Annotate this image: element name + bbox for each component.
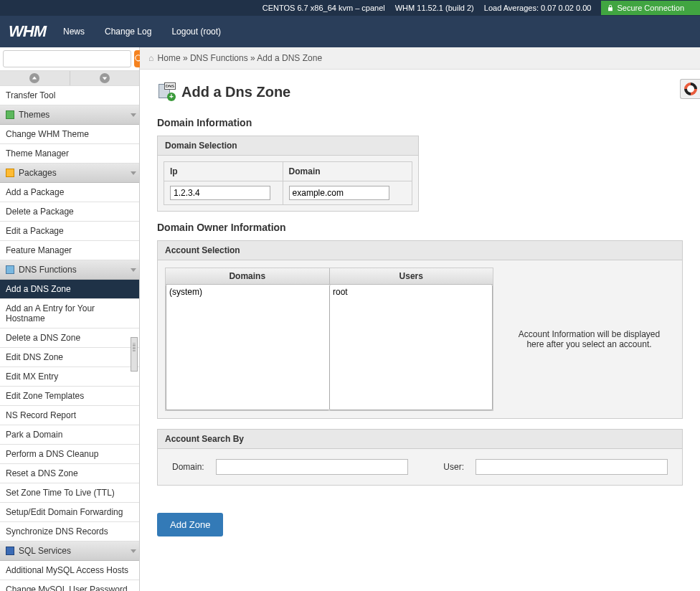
sidebar-item-feature-manager[interactable]: Feature Manager [0,241,139,260]
chevron-down-icon [131,113,136,117]
breadcrumb-current: Add a DNS Zone [257,53,322,63]
chevron-down-icon [131,549,136,553]
packages-icon [6,169,14,177]
lock-icon [607,4,614,11]
sidebar-item-reset-dns[interactable]: Reset a DNS Zone [0,464,139,483]
sidebar-header-sql[interactable]: SQL Services [0,542,139,561]
sidebar-item-ns-record[interactable]: NS Record Report [0,406,139,425]
breadcrumb-sep: » [181,53,190,63]
sidebar-drag-handle[interactable]: ≡≡≡ [131,337,138,372]
account-search-head: Account Search By [158,430,682,449]
packages-label: Packages [19,168,57,178]
themes-label: Themes [19,110,49,120]
main-content: ⌂ Home » DNS Functions » Add a DNS Zone … [140,47,700,591]
domain-input[interactable] [289,186,389,200]
chevron-down-icon [131,268,136,272]
account-listbox-table: Domains Users (system) root [165,268,493,411]
dns-icon [6,265,14,274]
nav-changelog[interactable]: Change Log [105,27,151,37]
dns-label: DNS Functions [19,265,77,275]
add-zone-button[interactable]: Add Zone [157,513,223,536]
sidebar-item-set-ttl[interactable]: Set Zone Time To Live (TTL) [0,483,139,503]
sidebar-item-transfer-tool[interactable]: Transfer Tool [0,86,139,105]
domain-label: Domain [283,162,412,181]
sidebar-search-row [0,47,139,71]
sidebar-sort-row [0,71,139,86]
search-domain-label: Domain: [172,462,204,472]
arrow-up-icon [29,73,39,83]
list-item[interactable]: (system) [168,286,328,298]
nav-logout[interactable]: Logout (root) [171,27,221,37]
account-search-panel: Account Search By Domain: User: [157,429,683,486]
breadcrumb-dns[interactable]: DNS Functions [190,53,248,63]
sidebar-item-sync-dns[interactable]: Synchronize DNS Records [0,522,139,542]
top-status-bar: CENTOS 6.7 x86_64 kvm – cpanel WHM 11.52… [0,0,700,16]
owner-info-heading: Domain Owner Information [157,222,683,233]
secure-label: Secure Connection [617,4,684,12]
breadcrumb: ⌂ Home » DNS Functions » Add a DNS Zone [140,47,700,70]
load-averages: Load Averages: 0.07 0.02 0.00 [484,4,592,12]
themes-icon [6,110,14,119]
sidebar-item-mysql-hosts[interactable]: Additional MySQL Access Hosts [0,561,139,580]
sidebar-header-dns[interactable]: DNS Functions [0,260,139,280]
nav-news[interactable]: News [63,27,85,37]
domain-selection-panel: Domain Selection Ip Domain [157,136,419,212]
sidebar-item-park-domain[interactable]: Park a Domain [0,425,139,445]
sidebar-item-edit-package[interactable]: Edit a Package [0,222,139,241]
domain-info-heading: Domain Information [157,117,683,128]
whm-version: WHM 11.52.1 (build 2) [395,4,474,12]
sidebar-header-packages[interactable]: Packages [0,164,139,183]
sidebar-item-add-dns-zone[interactable]: Add a DNS Zone [0,280,139,299]
sql-icon [6,547,14,555]
sidebar-item-delete-dns-zone[interactable]: Delete a DNS Zone [0,328,139,348]
chevron-down-icon [131,171,136,175]
sidebar: Transfer Tool Themes Change WHM Theme Th… [0,47,140,591]
list-item[interactable]: root [331,286,491,298]
page-title-icon: DNS + [157,82,176,101]
account-selection-head: Account Selection [158,241,682,260]
arrow-down-icon [100,73,110,83]
domain-selection-head: Domain Selection [158,136,418,156]
search-user-label: User: [443,462,464,472]
domains-col-header: Domains [166,268,330,285]
sidebar-item-change-theme[interactable]: Change WHM Theme [0,125,139,144]
sidebar-item-setup-forwarding[interactable]: Setup/Edit Domain Forwarding [0,503,139,522]
breadcrumb-home[interactable]: Home [158,53,181,63]
search-domain-input[interactable] [216,459,408,475]
sidebar-item-edit-zone-templates[interactable]: Edit Zone Templates [0,387,139,406]
sidebar-item-theme-manager[interactable]: Theme Manager [0,144,139,164]
sidebar-item-delete-package[interactable]: Delete a Package [0,202,139,222]
ip-input[interactable] [170,186,270,200]
sort-up[interactable] [0,71,70,85]
users-listbox[interactable]: root [329,285,493,410]
search-user-input[interactable] [476,459,668,475]
navbar: WHM News Change Log Logout (root) [0,16,700,47]
sidebar-item-add-package[interactable]: Add a Package [0,183,139,202]
sidebar-item-dns-cleanup[interactable]: Perform a DNS Cleanup [0,445,139,464]
os-info: CENTOS 6.7 x86_64 kvm – cpanel [262,4,385,12]
sidebar-search-input[interactable] [3,50,131,67]
help-button[interactable] [680,79,700,99]
secure-connection-badge: Secure Connection [601,1,700,15]
sidebar-item-edit-dns-zone[interactable]: Edit DNS Zone [0,348,139,367]
account-info-placeholder: Account Information will be displayed he… [503,268,675,411]
ip-label: Ip [164,162,283,181]
whm-logo[interactable]: WHM [9,22,46,41]
home-icon: ⌂ [148,53,153,63]
help-icon [681,80,699,98]
users-col-header: Users [330,268,493,285]
sort-down[interactable] [70,71,140,85]
domains-listbox[interactable]: (system) [166,285,329,410]
breadcrumb-sep: » [248,53,257,63]
sidebar-item-mysql-password[interactable]: Change MySQL User Password [0,580,139,591]
sql-label: SQL Services [19,546,71,556]
sidebar-item-edit-mx[interactable]: Edit MX Entry [0,367,139,387]
sidebar-header-themes[interactable]: Themes [0,105,139,125]
page-title: Add a Dns Zone [181,84,290,100]
account-selection-panel: Account Selection Domains Users (system) [157,240,683,419]
sidebar-item-add-a-entry[interactable]: Add an A Entry for Your Hostname [0,299,139,328]
